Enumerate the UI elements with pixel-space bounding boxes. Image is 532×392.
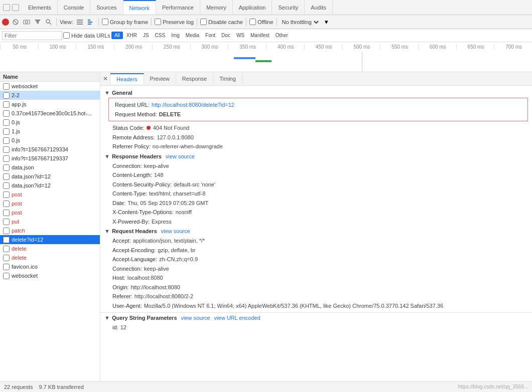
- request-item-delete-id12[interactable]: delete?id=12: [0, 235, 100, 244]
- list-view-button[interactable]: [75, 18, 84, 27]
- request-checkbox-datajsonid2[interactable]: [3, 182, 10, 189]
- tab-performance[interactable]: Performance: [156, 0, 200, 15]
- throttle-select[interactable]: No throttling: [280, 19, 320, 26]
- request-item-websocket-1[interactable]: websocket: [0, 82, 100, 91]
- detail-close-button[interactable]: ✕: [100, 72, 110, 85]
- request-item-post-2[interactable]: post: [0, 199, 100, 208]
- query-params-view-source[interactable]: view source: [181, 315, 210, 321]
- request-checkbox-2-2[interactable]: [3, 92, 10, 99]
- request-item-hash[interactable]: 0.37ce41673ecee30c0c15.hot-...: [0, 109, 100, 118]
- offline-checkbox[interactable]: Offline: [249, 19, 274, 25]
- request-item-post-1[interactable]: post: [0, 190, 100, 199]
- hide-data-urls-input[interactable]: [63, 32, 70, 39]
- preserve-log-input[interactable]: [155, 19, 161, 25]
- request-checkbox-datajsonid1[interactable]: [3, 173, 10, 180]
- request-checkbox-hash[interactable]: [3, 110, 10, 117]
- request-item-2-2[interactable]: 2-2: [0, 91, 100, 100]
- query-params-section[interactable]: ▼ Query String Parameters view source vi…: [100, 312, 532, 323]
- request-checkbox-put[interactable]: [3, 219, 10, 225]
- detail-tab-preview[interactable]: Preview: [144, 74, 176, 84]
- disable-cache-checkbox[interactable]: Disable cache: [200, 19, 243, 25]
- request-checkbox-websocket-1[interactable]: [3, 83, 10, 90]
- request-item-info2[interactable]: info?t=1567667129337: [0, 154, 100, 163]
- request-item-1js[interactable]: 1.js: [0, 127, 100, 136]
- filter-all-button[interactable]: All: [111, 32, 123, 39]
- waterfall-bar-blue: [234, 57, 255, 59]
- throttle-dropdown-button[interactable]: ▾: [322, 18, 331, 27]
- filter-css-button[interactable]: CSS: [153, 32, 168, 39]
- hide-data-urls-checkbox[interactable]: Hide data URLs: [63, 32, 110, 39]
- tab-network[interactable]: Network: [123, 0, 156, 15]
- filter-doc-button[interactable]: Doc: [219, 32, 233, 39]
- filter-xhr-button[interactable]: XHR: [124, 32, 140, 39]
- response-headers-section[interactable]: ▼ Response Headers view source: [100, 151, 532, 161]
- request-checkbox-appjs[interactable]: [3, 101, 10, 108]
- camera-button[interactable]: [22, 18, 31, 27]
- request-item-patch[interactable]: patch: [0, 226, 100, 235]
- request-list: Name websocket 2-2 app.js 0.37ce41673ece…: [0, 72, 100, 392]
- request-item-datajsonid1[interactable]: data.json?id=12: [0, 172, 100, 181]
- request-item-info1[interactable]: info?t=1567667129334: [0, 145, 100, 154]
- request-checkbox-info2[interactable]: [3, 155, 10, 162]
- response-headers-view-source[interactable]: view source: [166, 153, 195, 159]
- timeline-waterfall: [0, 52, 532, 72]
- request-checkbox-post2[interactable]: [3, 201, 10, 207]
- offline-input[interactable]: [249, 19, 256, 25]
- tab-console[interactable]: Console: [58, 0, 90, 15]
- detail-tab-headers[interactable]: Headers: [110, 73, 144, 84]
- request-checkbox-1js[interactable]: [3, 128, 10, 135]
- request-checkbox-favicon[interactable]: [3, 264, 10, 270]
- preserve-log-checkbox[interactable]: Preserve log: [155, 19, 194, 25]
- request-checkbox-0js-2[interactable]: [3, 137, 10, 144]
- request-item-datajsonid2[interactable]: data.json?id=12: [0, 181, 100, 190]
- group-by-frame-input[interactable]: [102, 19, 108, 25]
- request-checkbox-delete1[interactable]: [3, 246, 10, 252]
- request-item-0js-2[interactable]: 0.js: [0, 136, 100, 145]
- request-checkbox-delete2[interactable]: [3, 255, 10, 261]
- tab-audits[interactable]: Audits: [305, 0, 333, 15]
- tab-memory[interactable]: Memory: [200, 0, 233, 15]
- request-item-post-3[interactable]: post: [0, 208, 100, 217]
- request-checkbox-post3[interactable]: [3, 210, 10, 216]
- filter-img-button[interactable]: Img: [169, 32, 182, 39]
- filter-manifest-button[interactable]: Manifest: [248, 32, 272, 39]
- request-checkbox-websocket2[interactable]: [3, 273, 10, 279]
- request-checkbox-patch[interactable]: [3, 228, 10, 234]
- request-item-websocket-2[interactable]: websocket: [0, 271, 100, 280]
- query-params-view-url-encoded[interactable]: view URL encoded: [214, 315, 260, 321]
- request-item-0js-1[interactable]: 0.js: [0, 118, 100, 127]
- general-section-header[interactable]: ▼ General: [100, 88, 532, 98]
- filter-media-button[interactable]: Media: [183, 32, 202, 39]
- detail-tab-response[interactable]: Response: [176, 74, 214, 84]
- record-button[interactable]: [2, 19, 9, 26]
- filter-button[interactable]: [33, 18, 42, 27]
- request-item-delete-2[interactable]: delete: [0, 253, 100, 262]
- stop-recording-button[interactable]: [11, 18, 20, 27]
- filter-other-button[interactable]: Other: [273, 32, 291, 39]
- group-by-frame-checkbox[interactable]: Group by frame: [102, 19, 148, 25]
- tab-elements[interactable]: Elements: [22, 0, 58, 15]
- request-headers-view-source[interactable]: view source: [161, 228, 190, 234]
- filter-font-button[interactable]: Font: [203, 32, 218, 39]
- filter-js-button[interactable]: JS: [141, 32, 152, 39]
- filter-ws-button[interactable]: WS: [234, 32, 247, 39]
- detail-tab-timing[interactable]: Timing: [213, 74, 242, 84]
- request-checkbox-post1[interactable]: [3, 191, 10, 198]
- tab-security[interactable]: Security: [272, 0, 305, 15]
- request-item-appjs[interactable]: app.js: [0, 100, 100, 109]
- search-button[interactable]: [44, 18, 53, 27]
- request-item-datajson[interactable]: data.json: [0, 163, 100, 172]
- request-item-favicon[interactable]: favicon.ico: [0, 262, 100, 271]
- request-headers-section[interactable]: ▼ Request Headers view source: [100, 226, 532, 236]
- tab-sources[interactable]: Sources: [90, 0, 123, 15]
- request-checkbox-info1[interactable]: [3, 146, 10, 153]
- request-checkbox-datajson[interactable]: [3, 164, 10, 171]
- request-item-put[interactable]: put: [0, 217, 100, 226]
- disable-cache-input[interactable]: [200, 19, 207, 25]
- request-checkbox-0js-1[interactable]: [3, 119, 10, 126]
- request-checkbox-delete-id12[interactable]: [3, 237, 10, 243]
- waterfall-view-button[interactable]: [86, 18, 95, 27]
- filter-input[interactable]: [2, 31, 62, 40]
- tab-application[interactable]: Application: [233, 0, 273, 15]
- request-item-delete-1[interactable]: delete: [0, 244, 100, 253]
